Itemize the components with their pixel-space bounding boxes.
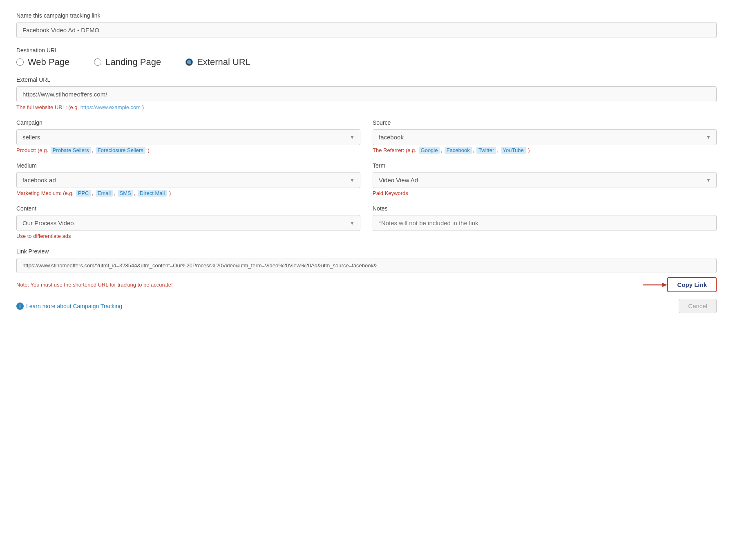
learn-more-text: Learn more about Campaign Tracking [26,303,122,309]
learn-more-link[interactable]: i Learn more about Campaign Tracking [16,302,122,310]
source-label: Source [373,119,717,126]
radio-landing-page-label: Landing Page [105,57,161,67]
content-label: Content [16,205,360,212]
term-hint: Paid Keywords [373,190,717,196]
source-hint: The Referrer: (e.g. Google, Facebook, Tw… [373,147,717,153]
arrow-icon [643,281,667,289]
medium-label: Medium [16,162,360,169]
medium-tag-direct-mail: Direct Mail [138,190,167,197]
content-col: Content Our Process Video ▼ Use to diffe… [16,205,360,239]
source-tag-google: Google [419,147,440,154]
content-select[interactable]: Our Process Video [16,215,360,231]
radio-web-page[interactable]: Web Page [16,57,69,67]
radio-landing-page[interactable]: Landing Page [94,57,161,67]
link-preview-label: Link Preview [16,248,717,255]
info-icon: i [16,302,24,310]
notes-col: Notes [373,205,717,239]
external-url-hint: The full website URL: (e.g. https://www.… [16,104,717,110]
main-container: Name this campaign tracking link Destina… [0,0,733,338]
cancel-button[interactable]: Cancel [679,299,717,313]
destination-url-label: Destination URL [16,47,717,54]
notes-input[interactable] [373,215,717,231]
medium-col: Medium facebook ad ▼ Marketing Medium: (… [16,162,360,196]
medium-select[interactable]: facebook ad [16,172,360,188]
term-select-wrapper: Video View Ad ▼ [373,172,717,188]
radio-external-url-input[interactable] [185,58,193,66]
source-select-wrapper: facebook ▼ [373,129,717,145]
medium-tag-ppc: PPC [76,190,91,197]
medium-tag-sms: SMS [118,190,133,197]
destination-url-section: Destination URL Web Page Landing Page Ex… [16,47,717,67]
note-text: Note: You must use the shortened URL for… [16,282,173,288]
campaign-source-row: Campaign sellers ▼ Product: (e.g. Probat… [16,119,717,153]
medium-select-wrapper: facebook ad ▼ [16,172,360,188]
term-col: Term Video View Ad ▼ Paid Keywords [373,162,717,196]
copy-link-button[interactable]: Copy Link [667,277,717,292]
campaign-tag-foreclosure: Foreclosure Sellers [96,147,145,154]
term-select[interactable]: Video View Ad [373,172,717,188]
content-select-wrapper: Our Process Video ▼ [16,215,360,231]
name-input[interactable] [16,22,717,38]
external-url-label: External URL [16,76,717,83]
content-notes-row: Content Our Process Video ▼ Use to diffe… [16,205,717,239]
external-url-section: External URL The full website URL: (e.g.… [16,76,717,110]
notes-label: Notes [373,205,717,212]
campaign-col: Campaign sellers ▼ Product: (e.g. Probat… [16,119,360,153]
source-col: Source facebook ▼ The Referrer: (e.g. Go… [373,119,717,153]
radio-external-url-label: External URL [197,57,250,67]
medium-term-row: Medium facebook ad ▼ Marketing Medium: (… [16,162,717,196]
link-preview-section: Link Preview https://www.stlhomeoffers.c… [16,248,717,313]
radio-external-url[interactable]: External URL [185,57,250,67]
campaign-select[interactable]: sellers [16,129,360,145]
campaign-select-wrapper: sellers ▼ [16,129,360,145]
copy-link-wrapper: Copy Link [643,277,717,292]
name-label: Name this campaign tracking link [16,12,717,19]
external-url-input[interactable] [16,86,717,102]
svg-marker-1 [662,283,667,287]
link-preview-value: https://www.stlhomeoffers.com/?utmf_id=3… [16,258,717,273]
copy-link-row: Note: You must use the shortened URL for… [16,277,717,292]
term-label: Term [373,162,717,169]
learn-more-row: i Learn more about Campaign Tracking Can… [16,299,717,313]
source-tag-twitter: Twitter [476,147,496,154]
campaign-tag-probate: Probate Sellers [51,147,91,154]
radio-landing-page-input[interactable] [94,58,101,66]
name-section: Name this campaign tracking link [16,12,717,38]
medium-hint: Marketing Medium: (e.g. PPC, Email, SMS,… [16,190,360,196]
source-select[interactable]: facebook [373,129,717,145]
medium-tag-email: Email [96,190,113,197]
campaign-label: Campaign [16,119,360,126]
example-url-link: https://www.example.com [80,104,141,110]
campaign-hint: Product: (e.g. Probate Sellers, Foreclos… [16,147,360,153]
source-tag-youtube: YouTube [501,147,526,154]
source-tag-facebook: Facebook [445,147,472,154]
radio-web-page-label: Web Page [28,57,69,67]
radio-web-page-input[interactable] [16,58,24,66]
destination-radio-group: Web Page Landing Page External URL [16,57,717,67]
content-hint: Use to differentiate ads [16,233,360,239]
